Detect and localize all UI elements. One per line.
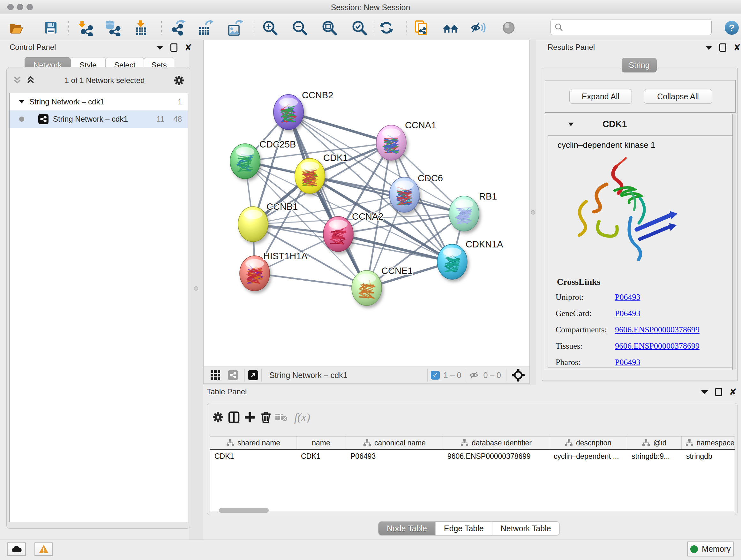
panel-minimize-icon[interactable] xyxy=(156,46,163,50)
tab-network-table[interactable]: Network Table xyxy=(492,522,559,535)
table-header-row: shared namenamecanonical namedatabase id… xyxy=(210,436,735,450)
zoom-out-icon[interactable] xyxy=(292,20,308,36)
hide-selected-icon[interactable] xyxy=(470,20,486,36)
table-cell[interactable]: stringdb xyxy=(682,450,735,462)
network-canvas[interactable]: CCNB2CCNA1CDC25BCDK1CDC6RB1CCNB1CCNA2CDK… xyxy=(203,40,530,367)
cloud-button[interactable] xyxy=(7,543,26,556)
import-network-from-database-icon[interactable] xyxy=(105,20,121,36)
graph-node-CCNA1[interactable]: CCNA1 xyxy=(376,120,436,160)
column-header-database-identifier[interactable]: database identifier xyxy=(443,436,549,449)
grid-view-icon[interactable] xyxy=(210,370,221,381)
import-network-from-file-icon[interactable] xyxy=(77,20,93,36)
refresh-icon[interactable] xyxy=(379,20,394,36)
function-builder-icon: f(x) xyxy=(289,409,315,426)
table-row[interactable]: CDK1CDK1P064939606.ENSP00000378699cyclin… xyxy=(210,450,735,462)
graph-node-HIST1H1A[interactable]: HIST1H1A xyxy=(240,251,308,291)
zoom-selected-icon[interactable] xyxy=(351,20,367,36)
export-network-icon[interactable] xyxy=(171,20,186,36)
column-header-shared-name[interactable]: shared name xyxy=(210,436,296,449)
expand-all-button[interactable]: Expand All xyxy=(569,89,632,104)
crosslinks-list: Uniprot:P06493GeneCard:P06493Compartment… xyxy=(548,289,733,370)
string-network-graph[interactable]: CCNB2CCNA1CDC25BCDK1CDC6RB1CCNB1CCNA2CDK… xyxy=(204,40,530,367)
crosslink-link[interactable]: 9606.ENSP00000378699 xyxy=(615,325,699,334)
zoom-fit-icon[interactable] xyxy=(321,20,337,36)
selected-count-checkbox[interactable]: ✓ xyxy=(431,371,440,380)
graph-node-CCNB1[interactable]: CCNB1 xyxy=(238,201,298,242)
table-settings-gear-icon[interactable] xyxy=(210,409,226,426)
panel-minimize-icon[interactable] xyxy=(705,46,712,50)
shared-column-icon xyxy=(642,439,650,447)
search-input[interactable] xyxy=(566,23,708,32)
delete-column-icon[interactable] xyxy=(258,409,274,426)
add-column-icon[interactable] xyxy=(242,409,258,426)
section-expander-icon[interactable] xyxy=(567,122,575,127)
table-cell[interactable]: CDK1 xyxy=(296,450,346,462)
expand-all-chevron-icon[interactable] xyxy=(25,76,36,85)
first-neighbors-icon[interactable] xyxy=(443,20,459,36)
tree-row-network[interactable]: String Network – cdk1 11 48 xyxy=(10,111,188,128)
panel-close-icon[interactable]: ✘ xyxy=(733,44,741,52)
show-all-icon[interactable] xyxy=(501,20,517,36)
import-table-from-file-icon[interactable] xyxy=(133,20,149,36)
save-session-icon[interactable] xyxy=(43,20,59,36)
graph-node-label: RB1 xyxy=(479,191,497,201)
table-cell[interactable]: stringdb:9... xyxy=(627,450,682,462)
panel-float-icon[interactable] xyxy=(715,388,722,396)
crosslink-link[interactable]: P06493 xyxy=(615,293,640,302)
main-toolbar: ? xyxy=(0,14,741,40)
tab-node-table[interactable]: Node Table xyxy=(379,522,435,535)
table-cell[interactable]: CDK1 xyxy=(210,450,296,462)
network-view-mode-icon[interactable] xyxy=(228,370,238,380)
column-header-name[interactable]: name xyxy=(296,436,346,449)
show-columns-icon[interactable] xyxy=(226,409,242,426)
table-cell[interactable]: P06493 xyxy=(346,450,443,462)
gear-icon[interactable] xyxy=(173,75,185,86)
birds-eye-view-icon[interactable] xyxy=(248,370,258,380)
open-file-icon[interactable] xyxy=(8,20,24,36)
graph-node-CCNE1[interactable]: CCNE1 xyxy=(352,266,413,306)
cloud-icon xyxy=(11,545,22,553)
table-horizontal-scrollbar[interactable] xyxy=(219,508,269,513)
panel-float-icon[interactable] xyxy=(719,44,726,52)
column-header--id[interactable]: @id xyxy=(627,436,682,449)
graph-node-label: CCNA1 xyxy=(405,120,436,130)
shared-column-icon xyxy=(564,439,573,447)
search-box[interactable] xyxy=(550,19,712,35)
table-cell[interactable]: 9606.ENSP00000378699 xyxy=(443,450,549,462)
results-scrollbar[interactable] xyxy=(732,114,736,370)
tree-expander-icon[interactable] xyxy=(18,99,25,105)
tab-string[interactable]: String xyxy=(622,58,657,72)
crosslink-link[interactable]: P06493 xyxy=(615,358,640,367)
collapse-all-chevron-icon[interactable] xyxy=(12,76,23,85)
crosslink-row: GeneCard:P06493 xyxy=(548,305,733,321)
vertical-splitter-handle[interactable] xyxy=(531,210,535,214)
table-cell[interactable]: cyclin–dependent ... xyxy=(549,450,627,462)
memory-button[interactable]: Memory xyxy=(687,542,734,557)
export-image-icon[interactable] xyxy=(227,20,243,36)
export-table-icon[interactable] xyxy=(198,20,213,36)
column-header-canonical-name[interactable]: canonical name xyxy=(346,436,443,449)
gene-section-header[interactable]: CDK1 xyxy=(545,114,735,134)
network-view-title: String Network – cdk1 xyxy=(269,371,347,380)
column-header-description[interactable]: description xyxy=(549,436,627,449)
help-icon[interactable]: ? xyxy=(724,20,740,36)
graph-node-RB1[interactable]: RB1 xyxy=(449,191,497,231)
node-table[interactable]: shared namenamecanonical namedatabase id… xyxy=(210,436,735,511)
graph-node-CDKN1A[interactable]: CDKN1A xyxy=(437,239,503,279)
fit-content-crosshair-icon[interactable] xyxy=(512,368,525,382)
tree-row-collection[interactable]: String Network – cdk1 1 xyxy=(10,93,188,111)
column-header-namespace[interactable]: namespace xyxy=(682,436,735,449)
tab-edge-table[interactable]: Edge Table xyxy=(435,522,492,535)
panel-close-icon[interactable]: ✘ xyxy=(185,44,192,52)
network-selected-status: 1 of 1 Network selected xyxy=(36,76,173,85)
zoom-in-icon[interactable] xyxy=(262,20,278,36)
collapse-all-button[interactable]: Collapse All xyxy=(644,89,712,104)
crosslink-link[interactable]: 9606.ENSP00000378699 xyxy=(615,341,699,351)
panel-close-icon[interactable]: ✘ xyxy=(729,388,737,396)
panel-minimize-icon[interactable] xyxy=(701,390,708,394)
panel-float-icon[interactable] xyxy=(171,44,178,52)
warnings-button[interactable] xyxy=(35,543,53,556)
vertical-splitter-handle[interactable] xyxy=(194,287,198,291)
clone-network-icon[interactable] xyxy=(414,20,429,36)
crosslink-link[interactable]: P06493 xyxy=(615,309,640,318)
